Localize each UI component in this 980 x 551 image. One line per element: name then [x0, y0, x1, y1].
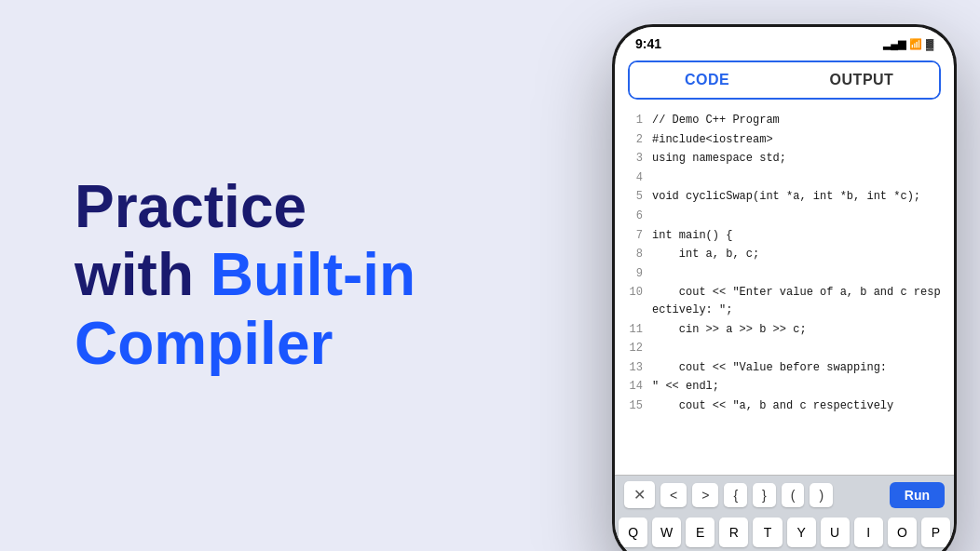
key-y[interactable]: Y	[787, 517, 816, 547]
key-r[interactable]: R	[719, 517, 748, 547]
status-bar: 9:41 ▂▄▆ 📶 ▓	[615, 27, 954, 57]
key-q[interactable]: Q	[619, 517, 647, 547]
headline-line1: Practice	[75, 173, 542, 242]
headline-line3: Compiler	[75, 310, 542, 379]
code-line-11: 11 cin >> a >> b >> c;	[615, 320, 954, 340]
key-o[interactable]: O	[888, 517, 917, 547]
code-line-12: 12	[615, 339, 954, 358]
close-brace-button[interactable]: }	[753, 483, 776, 507]
code-line-5: 5 void cyclicSwap(int *a, int *b, int *c…	[615, 187, 954, 207]
key-i[interactable]: I	[854, 517, 883, 547]
code-line-1: 1 // Demo C++ Program	[615, 111, 954, 130]
code-line-10: 10 cout << "Enter value of a, b and c re…	[615, 283, 954, 319]
code-line-14: 14 " << endl;	[615, 377, 954, 396]
code-line-4: 4	[615, 168, 954, 188]
greater-than-button[interactable]: >	[692, 483, 718, 507]
code-line-15: 15 cout << "a, b and c respectively	[615, 396, 954, 416]
code-line-2: 2 #include<iostream>	[615, 130, 954, 150]
keyboard-toolbar: ✕ < > { } ( ) Run	[615, 475, 954, 514]
less-than-button[interactable]: <	[660, 483, 687, 507]
code-line-6: 6	[615, 207, 954, 226]
code-line-3: 3 using namespace std;	[615, 149, 954, 168]
phone-inner: 9:41 ▂▄▆ 📶 ▓ CODE OUTPUT 1 // Demo C++ P…	[615, 27, 954, 551]
close-paren-button[interactable]: )	[810, 483, 833, 507]
status-time: 9:41	[635, 36, 661, 51]
phone-frame: 9:41 ▂▄▆ 📶 ▓ CODE OUTPUT 1 // Demo C++ P…	[612, 24, 957, 551]
signal-icon: ▂▄▆	[883, 38, 905, 50]
open-brace-button[interactable]: {	[724, 483, 747, 507]
battery-icon: ▓	[926, 38, 933, 49]
open-paren-button[interactable]: (	[782, 483, 805, 507]
headline-line2-highlight: Built-in	[211, 241, 415, 308]
tab-output[interactable]: OUTPUT	[784, 62, 939, 98]
key-e[interactable]: E	[686, 517, 715, 547]
tab-bar: CODE OUTPUT	[628, 60, 941, 100]
key-p[interactable]: P	[921, 517, 950, 547]
close-keyboard-button[interactable]: ✕	[624, 481, 655, 508]
code-line-7: 7 int main() {	[615, 226, 954, 246]
keyboard-area: Q W E R T Y U I O P	[615, 514, 954, 551]
keyboard-row-qwerty: Q W E R T Y U I O P	[619, 517, 950, 547]
tab-code[interactable]: CODE	[630, 62, 784, 98]
key-w[interactable]: W	[652, 517, 681, 547]
headline-line2-text: with	[75, 241, 211, 308]
headline-line2: with Built-in	[75, 241, 542, 310]
run-button[interactable]: Run	[890, 482, 945, 508]
right-section: 9:41 ▂▄▆ 📶 ▓ CODE OUTPUT 1 // Demo C++ P…	[589, 0, 980, 551]
headline: Practice with Built-in Compiler	[75, 173, 542, 379]
code-line-13: 13 cout << "Value before swapping:	[615, 358, 954, 378]
key-u[interactable]: U	[821, 517, 850, 547]
code-line-8: 8 int a, b, c;	[615, 245, 954, 264]
code-line-9: 9	[615, 264, 954, 284]
code-area: 1 // Demo C++ Program 2 #include<iostrea…	[615, 107, 954, 475]
wifi-icon: 📶	[909, 38, 922, 50]
key-t[interactable]: T	[753, 517, 782, 547]
status-icons: ▂▄▆ 📶 ▓	[883, 38, 933, 50]
left-section: Practice with Built-in Compiler	[0, 117, 589, 435]
